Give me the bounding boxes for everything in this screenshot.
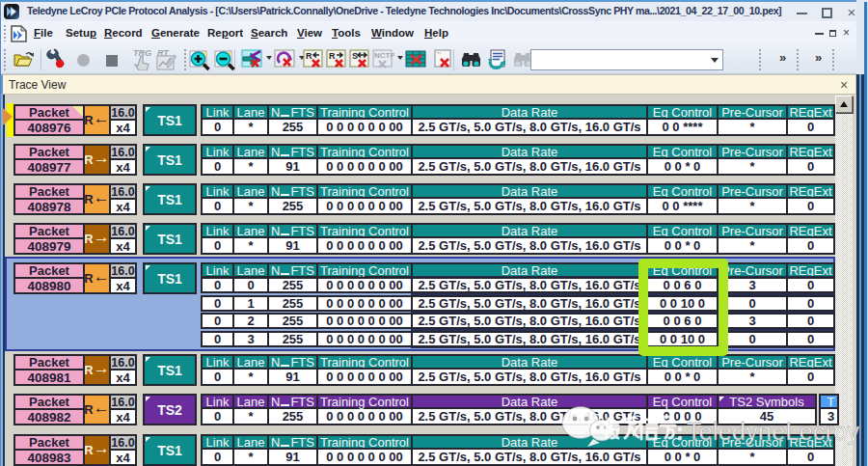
- svg-text:R: R: [329, 51, 336, 61]
- svg-text:TeledyneLecroy: TeledyneLecroy: [687, 418, 860, 445]
- svg-text:S: S: [352, 51, 358, 61]
- svg-text:''': ''': [437, 51, 441, 58]
- svg-text:NCTP: NCTP: [374, 51, 394, 60]
- svg-text:R: R: [306, 51, 312, 61]
